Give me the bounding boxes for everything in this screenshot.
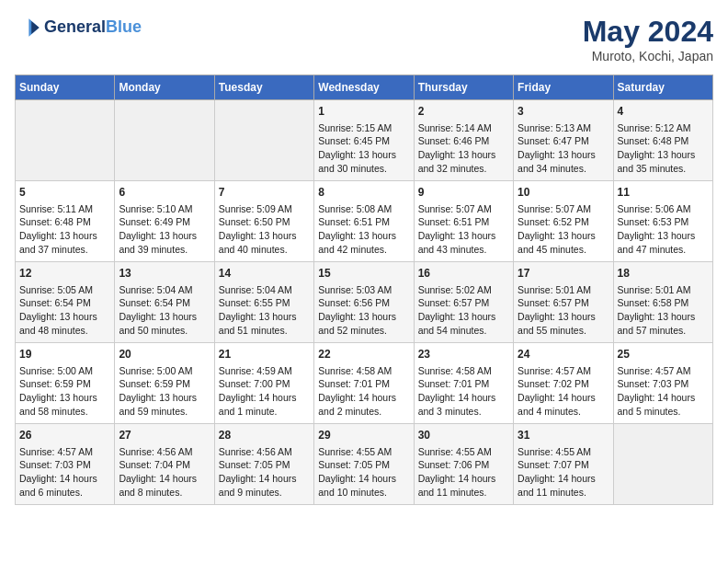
cell-content: Sunrise: 4:57 AM	[518, 364, 609, 378]
cell-content: Sunset: 7:02 PM	[518, 377, 609, 391]
svg-marker-1	[31, 21, 39, 34]
main-title: May 2024	[583, 15, 713, 49]
cell-content: Daylight: 14 hours	[219, 472, 310, 486]
cell-content: Sunset: 7:03 PM	[19, 458, 110, 472]
cell-content: Sunset: 6:46 PM	[418, 134, 509, 148]
day-header-sunday: Sunday	[16, 75, 115, 100]
cell-content: Daylight: 13 hours	[219, 310, 310, 324]
cell-content: and 50 minutes.	[119, 324, 210, 338]
cell-content: and 51 minutes.	[219, 324, 310, 338]
calendar-cell: 3Sunrise: 5:13 AMSunset: 6:47 PMDaylight…	[514, 100, 613, 181]
cell-content: Sunrise: 5:08 AM	[318, 202, 409, 216]
cell-content: and 11 minutes.	[418, 486, 509, 500]
day-number: 15	[318, 266, 409, 282]
calendar-cell	[214, 100, 313, 181]
cell-content: and 2 minutes.	[318, 405, 409, 419]
cell-content: Daylight: 13 hours	[518, 229, 609, 243]
cell-content: and 39 minutes.	[119, 243, 210, 257]
cell-content: Sunset: 6:54 PM	[119, 296, 210, 310]
day-number: 5	[19, 185, 110, 201]
location: Muroto, Kochi, Japan	[583, 49, 713, 63]
cell-content: Sunrise: 5:07 AM	[518, 202, 609, 216]
cell-content: Daylight: 13 hours	[618, 229, 709, 243]
cell-content: Sunrise: 5:00 AM	[119, 364, 210, 378]
calendar-cell: 26Sunrise: 4:57 AMSunset: 7:03 PMDayligh…	[16, 424, 115, 505]
calendar-cell: 17Sunrise: 5:01 AMSunset: 6:57 PMDayligh…	[514, 262, 613, 343]
day-number: 25	[618, 347, 709, 362]
calendar-week-row: 5Sunrise: 5:11 AMSunset: 6:48 PMDaylight…	[16, 181, 713, 262]
cell-content: Sunset: 6:59 PM	[19, 377, 110, 391]
cell-content: Sunrise: 4:55 AM	[418, 445, 509, 459]
day-number: 12	[19, 266, 110, 282]
calendar-cell: 27Sunrise: 4:56 AMSunset: 7:04 PMDayligh…	[115, 424, 214, 505]
cell-content: Sunrise: 4:59 AM	[219, 364, 310, 378]
cell-content: and 1 minute.	[219, 405, 310, 419]
day-number: 1	[318, 104, 409, 120]
cell-content: Sunrise: 4:58 AM	[418, 364, 509, 378]
cell-content: Daylight: 13 hours	[318, 310, 409, 324]
cell-content: Sunset: 7:05 PM	[318, 458, 409, 472]
cell-content: and 55 minutes.	[518, 324, 609, 338]
day-number: 16	[418, 266, 509, 282]
calendar-cell: 31Sunrise: 4:55 AMSunset: 7:07 PMDayligh…	[514, 424, 613, 505]
cell-content: Daylight: 13 hours	[418, 148, 509, 162]
cell-content: Sunrise: 5:12 AM	[618, 121, 709, 135]
calendar-week-row: 19Sunrise: 5:00 AMSunset: 6:59 PMDayligh…	[16, 343, 713, 424]
cell-content: Sunrise: 4:58 AM	[318, 364, 409, 378]
cell-content: and 57 minutes.	[618, 324, 709, 338]
cell-content: and 32 minutes.	[418, 162, 509, 176]
cell-content: Sunset: 6:54 PM	[19, 296, 110, 310]
day-number: 10	[518, 185, 609, 201]
cell-content: and 45 minutes.	[518, 243, 609, 257]
cell-content: and 8 minutes.	[119, 486, 210, 500]
cell-content: and 11 minutes.	[518, 486, 609, 500]
day-header-tuesday: Tuesday	[214, 75, 313, 100]
day-header-wednesday: Wednesday	[314, 75, 414, 100]
cell-content: Daylight: 14 hours	[518, 391, 609, 405]
calendar-week-row: 12Sunrise: 5:05 AMSunset: 6:54 PMDayligh…	[16, 262, 713, 343]
logo-icon	[15, 15, 40, 40]
cell-content: Daylight: 13 hours	[318, 148, 409, 162]
day-number: 30	[418, 428, 509, 443]
day-number: 29	[318, 428, 409, 443]
cell-content: Sunset: 7:04 PM	[119, 458, 210, 472]
calendar-cell: 9Sunrise: 5:07 AMSunset: 6:51 PMDaylight…	[414, 181, 513, 262]
cell-content: Sunset: 7:06 PM	[418, 458, 509, 472]
cell-content: Daylight: 13 hours	[119, 391, 210, 405]
cell-content: Daylight: 14 hours	[418, 472, 509, 486]
cell-content: Sunset: 6:51 PM	[318, 215, 409, 229]
cell-content: Daylight: 14 hours	[318, 472, 409, 486]
cell-content: Daylight: 13 hours	[518, 148, 609, 162]
cell-content: Sunrise: 5:00 AM	[19, 364, 110, 378]
cell-content: Sunrise: 5:13 AM	[518, 121, 609, 135]
calendar-header-row: SundayMondayTuesdayWednesdayThursdayFrid…	[16, 75, 713, 100]
cell-content: Daylight: 14 hours	[318, 391, 409, 405]
calendar-cell: 2Sunrise: 5:14 AMSunset: 6:46 PMDaylight…	[414, 100, 513, 181]
cell-content: Daylight: 14 hours	[418, 391, 509, 405]
calendar-cell: 20Sunrise: 5:00 AMSunset: 6:59 PMDayligh…	[115, 343, 214, 424]
day-number: 18	[618, 266, 709, 282]
calendar-cell: 18Sunrise: 5:01 AMSunset: 6:58 PMDayligh…	[613, 262, 712, 343]
cell-content: and 9 minutes.	[219, 486, 310, 500]
calendar-cell: 6Sunrise: 5:10 AMSunset: 6:49 PMDaylight…	[115, 181, 214, 262]
cell-content: Daylight: 14 hours	[119, 472, 210, 486]
header: GeneralBlue May 2024 Muroto, Kochi, Japa…	[15, 15, 713, 63]
cell-content: and 4 minutes.	[518, 405, 609, 419]
cell-content: Sunset: 6:53 PM	[618, 215, 709, 229]
logo: GeneralBlue	[15, 15, 142, 40]
day-number: 4	[618, 104, 709, 120]
cell-content: Sunset: 7:07 PM	[518, 458, 609, 472]
cell-content: Sunrise: 5:11 AM	[19, 202, 110, 216]
cell-content: Sunset: 6:48 PM	[19, 215, 110, 229]
cell-content: Sunset: 6:48 PM	[618, 134, 709, 148]
cell-content: Daylight: 14 hours	[219, 391, 310, 405]
day-number: 13	[119, 266, 210, 282]
cell-content: Daylight: 13 hours	[219, 229, 310, 243]
cell-content: Sunrise: 4:57 AM	[19, 445, 110, 459]
cell-content: Daylight: 13 hours	[119, 229, 210, 243]
cell-content: and 30 minutes.	[318, 162, 409, 176]
day-number: 14	[219, 266, 310, 282]
calendar-week-row: 1Sunrise: 5:15 AMSunset: 6:45 PMDaylight…	[16, 100, 713, 181]
cell-content: Sunset: 6:59 PM	[119, 377, 210, 391]
day-number: 24	[518, 347, 609, 362]
